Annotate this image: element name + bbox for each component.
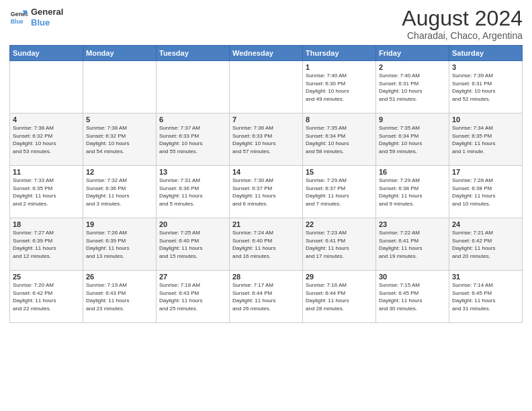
calendar-cell: 11Sunrise: 7:33 AM Sunset: 6:35 PM Dayli…	[10, 166, 83, 218]
day-number: 10	[452, 116, 519, 124]
title-block: August 2024 Charadai, Chaco, Argentina	[402, 7, 523, 41]
day-info: Sunrise: 7:40 AM Sunset: 6:31 PM Dayligh…	[379, 72, 446, 103]
day-info: Sunrise: 7:37 AM Sunset: 6:33 PM Dayligh…	[159, 124, 226, 155]
calendar-cell: 27Sunrise: 7:18 AM Sunset: 6:43 PM Dayli…	[157, 271, 230, 323]
day-info: Sunrise: 7:36 AM Sunset: 6:33 PM Dayligh…	[232, 124, 300, 155]
main-container: General Blue General Blue August 2024 Ch…	[0, 0, 532, 328]
calendar-cell	[83, 61, 157, 113]
calendar-cell: 2Sunrise: 7:40 AM Sunset: 6:31 PM Daylig…	[376, 61, 449, 113]
day-info: Sunrise: 7:29 AM Sunset: 6:38 PM Dayligh…	[379, 177, 446, 208]
calendar-cell: 17Sunrise: 7:28 AM Sunset: 6:38 PM Dayli…	[449, 166, 523, 218]
day-info: Sunrise: 7:20 AM Sunset: 6:42 PM Dayligh…	[13, 281, 80, 312]
day-number: 27	[159, 273, 226, 281]
calendar-cell: 19Sunrise: 7:26 AM Sunset: 6:39 PM Dayli…	[83, 218, 157, 271]
header-friday: Friday	[376, 46, 449, 61]
day-info: Sunrise: 7:40 AM Sunset: 6:30 PM Dayligh…	[306, 72, 373, 103]
day-info: Sunrise: 7:18 AM Sunset: 6:43 PM Dayligh…	[159, 281, 226, 312]
calendar-cell: 24Sunrise: 7:21 AM Sunset: 6:42 PM Dayli…	[449, 218, 523, 271]
day-number: 8	[306, 116, 373, 124]
day-info: Sunrise: 7:39 AM Sunset: 6:31 PM Dayligh…	[452, 72, 519, 103]
logo-text-general: General	[31, 7, 63, 17]
header: General Blue General Blue August 2024 Ch…	[9, 7, 523, 41]
header-thursday: Thursday	[303, 46, 376, 61]
day-number: 22	[306, 220, 373, 228]
day-number: 29	[306, 273, 373, 281]
day-number: 2	[379, 63, 446, 71]
day-number: 6	[159, 116, 226, 124]
calendar-cell: 6Sunrise: 7:37 AM Sunset: 6:33 PM Daylig…	[157, 113, 230, 166]
day-info: Sunrise: 7:28 AM Sunset: 6:38 PM Dayligh…	[452, 177, 519, 208]
calendar-cell: 18Sunrise: 7:27 AM Sunset: 6:39 PM Dayli…	[10, 218, 83, 271]
calendar-cell	[10, 61, 83, 113]
calendar-cell: 25Sunrise: 7:20 AM Sunset: 6:42 PM Dayli…	[10, 271, 83, 323]
calendar-cell: 23Sunrise: 7:22 AM Sunset: 6:41 PM Dayli…	[376, 218, 449, 271]
calendar-week-1: 1Sunrise: 7:40 AM Sunset: 6:30 PM Daylig…	[10, 61, 523, 113]
logo: General Blue General Blue	[9, 7, 63, 28]
day-number: 20	[159, 220, 226, 228]
day-number: 16	[379, 168, 446, 176]
day-number: 14	[232, 168, 300, 176]
day-number: 5	[86, 116, 153, 124]
calendar-week-2: 4Sunrise: 7:38 AM Sunset: 6:32 PM Daylig…	[10, 113, 523, 166]
day-number: 7	[232, 116, 300, 124]
calendar-week-5: 25Sunrise: 7:20 AM Sunset: 6:42 PM Dayli…	[10, 271, 523, 323]
day-info: Sunrise: 7:35 AM Sunset: 6:34 PM Dayligh…	[379, 124, 446, 155]
calendar-header-row: SundayMondayTuesdayWednesdayThursdayFrid…	[10, 46, 523, 61]
day-info: Sunrise: 7:16 AM Sunset: 6:44 PM Dayligh…	[306, 281, 373, 312]
calendar-cell	[230, 61, 303, 113]
calendar-cell: 30Sunrise: 7:15 AM Sunset: 6:45 PM Dayli…	[376, 271, 449, 323]
calendar-cell: 13Sunrise: 7:31 AM Sunset: 6:36 PM Dayli…	[157, 166, 230, 218]
day-number: 12	[86, 168, 153, 176]
calendar-cell: 28Sunrise: 7:17 AM Sunset: 6:44 PM Dayli…	[230, 271, 303, 323]
day-number: 26	[86, 273, 153, 281]
logo-icon: General Blue	[9, 8, 28, 27]
calendar-cell: 21Sunrise: 7:24 AM Sunset: 6:40 PM Dayli…	[230, 218, 303, 271]
day-number: 17	[452, 168, 519, 176]
day-info: Sunrise: 7:31 AM Sunset: 6:36 PM Dayligh…	[159, 177, 226, 208]
svg-text:Blue: Blue	[11, 17, 24, 24]
day-number: 13	[159, 168, 226, 176]
day-number: 1	[306, 63, 373, 71]
day-info: Sunrise: 7:17 AM Sunset: 6:44 PM Dayligh…	[232, 281, 300, 312]
day-info: Sunrise: 7:24 AM Sunset: 6:40 PM Dayligh…	[232, 229, 300, 260]
location-subtitle: Charadai, Chaco, Argentina	[402, 30, 523, 41]
day-number: 23	[379, 220, 446, 228]
day-info: Sunrise: 7:33 AM Sunset: 6:35 PM Dayligh…	[13, 177, 80, 208]
day-info: Sunrise: 7:27 AM Sunset: 6:39 PM Dayligh…	[13, 229, 80, 260]
day-info: Sunrise: 7:30 AM Sunset: 6:37 PM Dayligh…	[232, 177, 300, 208]
day-info: Sunrise: 7:15 AM Sunset: 6:45 PM Dayligh…	[379, 281, 446, 312]
day-number: 4	[13, 116, 80, 124]
calendar-cell: 12Sunrise: 7:32 AM Sunset: 6:36 PM Dayli…	[83, 166, 157, 218]
day-number: 11	[13, 168, 80, 176]
day-info: Sunrise: 7:34 AM Sunset: 6:35 PM Dayligh…	[452, 124, 519, 155]
calendar-cell: 16Sunrise: 7:29 AM Sunset: 6:38 PM Dayli…	[376, 166, 449, 218]
day-info: Sunrise: 7:22 AM Sunset: 6:41 PM Dayligh…	[379, 229, 446, 260]
calendar-cell: 1Sunrise: 7:40 AM Sunset: 6:30 PM Daylig…	[303, 61, 376, 113]
header-sunday: Sunday	[10, 46, 83, 61]
day-number: 18	[13, 220, 80, 228]
calendar-cell	[157, 61, 230, 113]
day-number: 21	[232, 220, 300, 228]
day-info: Sunrise: 7:14 AM Sunset: 6:45 PM Dayligh…	[452, 281, 519, 312]
calendar-week-4: 18Sunrise: 7:27 AM Sunset: 6:39 PM Dayli…	[10, 218, 523, 271]
day-number: 9	[379, 116, 446, 124]
calendar-cell: 9Sunrise: 7:35 AM Sunset: 6:34 PM Daylig…	[376, 113, 449, 166]
calendar-cell: 15Sunrise: 7:29 AM Sunset: 6:37 PM Dayli…	[303, 166, 376, 218]
day-number: 15	[306, 168, 373, 176]
day-info: Sunrise: 7:29 AM Sunset: 6:37 PM Dayligh…	[306, 177, 373, 208]
calendar-cell: 3Sunrise: 7:39 AM Sunset: 6:31 PM Daylig…	[449, 61, 523, 113]
day-info: Sunrise: 7:38 AM Sunset: 6:32 PM Dayligh…	[13, 124, 80, 155]
day-number: 25	[13, 273, 80, 281]
header-monday: Monday	[83, 46, 157, 61]
calendar-week-3: 11Sunrise: 7:33 AM Sunset: 6:35 PM Dayli…	[10, 166, 523, 218]
calendar-table: SundayMondayTuesdayWednesdayThursdayFrid…	[9, 45, 523, 323]
calendar-cell: 5Sunrise: 7:38 AM Sunset: 6:32 PM Daylig…	[83, 113, 157, 166]
day-info: Sunrise: 7:21 AM Sunset: 6:42 PM Dayligh…	[452, 229, 519, 260]
day-number: 30	[379, 273, 446, 281]
day-number: 28	[232, 273, 300, 281]
day-info: Sunrise: 7:19 AM Sunset: 6:43 PM Dayligh…	[86, 281, 153, 312]
day-number: 3	[452, 63, 519, 71]
calendar-cell: 8Sunrise: 7:35 AM Sunset: 6:34 PM Daylig…	[303, 113, 376, 166]
day-number: 19	[86, 220, 153, 228]
day-number: 31	[452, 273, 519, 281]
